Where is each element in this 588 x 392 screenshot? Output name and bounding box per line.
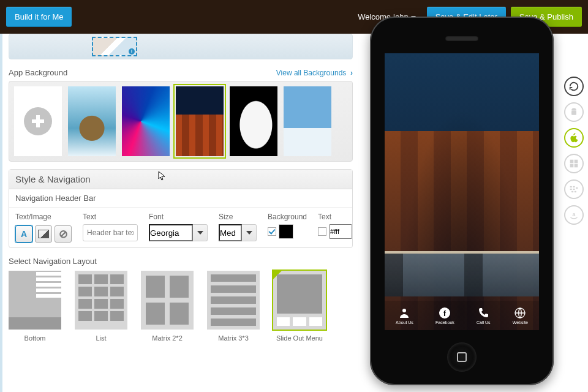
tab-facebook[interactable]: f Facebook — [435, 307, 454, 325]
background-color-swatch[interactable] — [279, 224, 293, 239]
layout-label: Bottom — [24, 334, 46, 342]
svg-point-14 — [573, 189, 575, 190]
tab-website[interactable]: Website — [513, 307, 528, 325]
font-value — [149, 224, 193, 241]
style-navigation-title: Style & Navigation — [15, 174, 346, 184]
layout-label: Matrix 3*3 — [218, 334, 249, 342]
panel-header: Style & Navigation — [9, 170, 352, 189]
chevron-down-icon — [193, 224, 208, 241]
layout-matrix-2x2[interactable] — [141, 271, 194, 330]
svg-point-17 — [575, 191, 577, 193]
amazon-button[interactable]: a — [564, 205, 584, 225]
size-value — [219, 224, 242, 241]
background-tile[interactable] — [122, 86, 170, 156]
background-checkbox[interactable] — [268, 227, 276, 236]
preview-background — [385, 53, 539, 330]
home-button[interactable] — [447, 342, 477, 372]
tab-call-us[interactable]: Call Us — [477, 307, 491, 325]
tab-about-us[interactable]: About Us — [396, 307, 413, 325]
svg-point-16 — [571, 191, 574, 193]
add-background-button[interactable] — [14, 86, 62, 156]
navigation-layout-title: Select Navigation Layout — [9, 257, 353, 266]
header-mode-none-button[interactable]: ⊘ — [55, 225, 72, 243]
preview-tabbar: About Us f Facebook Call Us Website — [385, 301, 539, 330]
apple-button[interactable] — [564, 128, 584, 148]
tab-label: Website — [513, 320, 528, 325]
svg-rect-10 — [575, 164, 578, 168]
size-select[interactable] — [219, 224, 257, 241]
background-label: Background — [268, 213, 307, 221]
navigation-header-bar-label: Navigation Header Bar — [9, 189, 352, 208]
svg-point-13 — [570, 189, 572, 190]
screen-thumbnail-selected[interactable]: i — [92, 37, 137, 56]
person-icon — [398, 307, 410, 319]
windows-button[interactable] — [564, 154, 584, 173]
svg-point-11 — [570, 186, 572, 188]
device-switcher: a — [560, 77, 588, 225]
svg-rect-9 — [570, 164, 574, 168]
text-image-label: Text/Image — [15, 213, 72, 221]
font-select[interactable] — [149, 224, 208, 241]
layout-label: List — [96, 334, 106, 342]
layout-bottom[interactable] — [9, 271, 61, 330]
view-all-label: View all Backgrounds — [276, 69, 347, 77]
svg-point-15 — [576, 187, 578, 189]
header-mode-text-button[interactable]: A — [15, 225, 32, 243]
layout-label: Slide Out Menu — [276, 334, 323, 342]
tab-label: Facebook — [435, 320, 454, 325]
android-button[interactable] — [564, 102, 584, 122]
layout-list[interactable] — [75, 271, 127, 330]
refresh-button[interactable] — [564, 77, 584, 96]
info-icon: i — [129, 48, 135, 55]
tab-label: About Us — [396, 320, 413, 325]
phone-icon — [477, 307, 489, 319]
text-label: Text — [83, 213, 138, 221]
layout-matrix-3x3[interactable] — [207, 271, 260, 330]
navigation-layout-section: Select Navigation Layout Bottom List — [9, 257, 353, 342]
textcolor-label: Text — [318, 213, 352, 221]
style-navigation-panel: Style & Navigation Navigation Header Bar… — [9, 169, 353, 248]
phone-preview: About Us f Facebook Call Us Website — [370, 17, 554, 385]
svg-rect-8 — [575, 160, 578, 164]
build-it-for-me-button[interactable]: Build it for Me — [6, 7, 72, 27]
blackberry-button[interactable] — [564, 179, 584, 199]
plus-icon — [24, 107, 52, 135]
chevron-down-icon — [242, 224, 257, 241]
phone-speaker — [445, 36, 478, 41]
layout-slide-out-menu[interactable] — [273, 271, 326, 330]
font-label: Font — [149, 213, 208, 221]
background-tiles — [9, 81, 353, 162]
svg-point-12 — [573, 186, 575, 188]
header-bar-text-input[interactable] — [83, 224, 138, 241]
view-all-backgrounds-link[interactable]: View all Backgrounds › — [276, 69, 353, 77]
background-tile[interactable] — [284, 86, 331, 156]
header-mode-image-button[interactable] — [35, 225, 52, 243]
background-tile[interactable] — [68, 86, 116, 156]
phone-screen: About Us f Facebook Call Us Website — [385, 53, 539, 330]
background-tile[interactable] — [230, 86, 277, 156]
svg-text:a: a — [573, 211, 576, 217]
chevron-right-icon: › — [349, 69, 353, 77]
textcolor-checkbox[interactable] — [318, 227, 326, 236]
layout-label: Matrix 2*2 — [152, 334, 183, 342]
svg-rect-4 — [571, 111, 576, 115]
background-tile-selected[interactable] — [176, 86, 224, 156]
screen-thumbnails-row: i — [9, 34, 353, 59]
tab-label: Call Us — [477, 320, 491, 325]
svg-text:f: f — [443, 309, 447, 318]
textcolor-input[interactable] — [329, 224, 352, 239]
app-background-title: App Background — [9, 68, 67, 77]
svg-point-0 — [402, 309, 406, 312]
size-label: Size — [219, 213, 257, 221]
app-background-section: App Background View all Backgrounds › — [9, 68, 353, 162]
svg-rect-7 — [570, 160, 574, 164]
facebook-icon: f — [439, 307, 451, 319]
globe-icon — [514, 307, 526, 319]
page-border — [0, 34, 2, 392]
